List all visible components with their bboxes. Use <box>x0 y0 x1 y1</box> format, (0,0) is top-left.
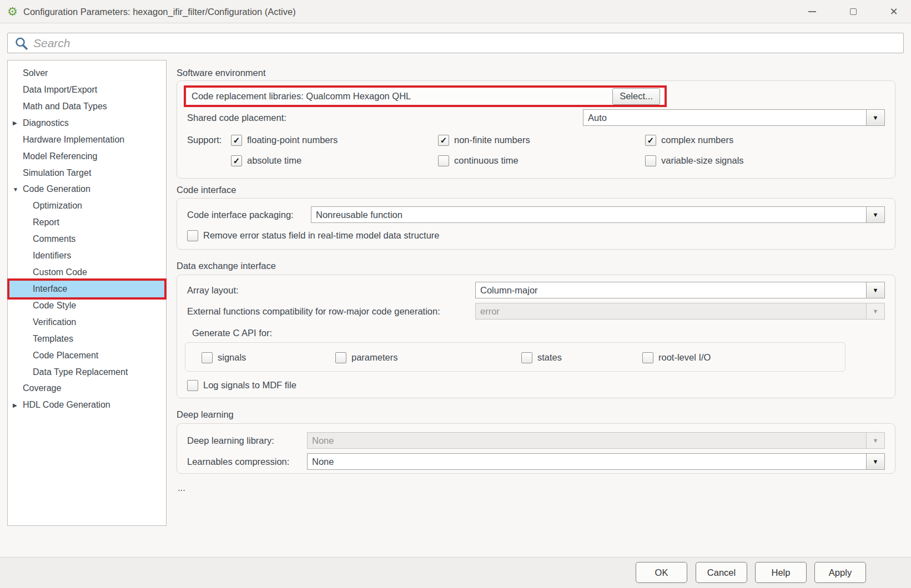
tree-expanded-icon[interactable]: ▼ <box>13 186 18 192</box>
sidebar-item-label: Coverage <box>8 383 61 393</box>
sidebar-item-coverage[interactable]: Coverage <box>8 380 165 397</box>
sidebar-item-label: Model Referencing <box>8 151 97 161</box>
sidebar-item-label: Math and Data Types <box>8 102 107 111</box>
chevron-down-icon[interactable]: ▼ <box>866 454 884 469</box>
deep-learning-library-label: Deep learning library: <box>187 432 274 449</box>
remove-error-status-checkbox[interactable] <box>187 230 198 241</box>
chevron-down-icon[interactable]: ▼ <box>866 282 884 298</box>
tree-collapsed-icon[interactable]: ▶ <box>13 402 17 408</box>
sidebar-item-identifiers[interactable]: Identifiers <box>8 247 165 264</box>
sidebar-item-code-style[interactable]: Code Style <box>8 297 165 314</box>
sidebar-item-label: Simulation Target <box>8 168 91 178</box>
help-button[interactable]: Help <box>755 562 807 583</box>
sidebar-item-templates[interactable]: Templates <box>8 331 165 347</box>
sidebar-item-hardware-implementation[interactable]: Hardware Implementation <box>8 131 165 148</box>
sidebar-item-hdl-code-generation[interactable]: ▶HDL Code Generation <box>8 397 165 413</box>
complex-numbers-checkbox[interactable]: ✓ <box>645 135 656 146</box>
sidebar-item-label: Optimization <box>8 201 82 211</box>
tree-collapsed-icon[interactable]: ▶ <box>13 120 17 126</box>
sidebar-item-model-referencing[interactable]: Model Referencing <box>8 148 165 165</box>
select-button[interactable]: Select... <box>612 88 660 105</box>
signals-checkbox[interactable] <box>202 352 213 363</box>
array-layout-dropdown[interactable]: Column-major ▼ <box>475 282 885 298</box>
generate-c-api-label: Generate C API for: <box>192 325 272 341</box>
checkbox-label: absolute time <box>247 155 301 166</box>
absolute-time-row: ✓absolute time <box>231 155 301 166</box>
apply-button[interactable]: Apply <box>814 562 866 583</box>
checkbox-label: non-finite numbers <box>454 135 530 145</box>
chevron-down-icon: ▼ <box>866 433 884 448</box>
sidebar-item-label: Code Generation <box>8 184 90 194</box>
sidebar-item-code-placement[interactable]: Code Placement <box>8 347 165 364</box>
states-row: states <box>521 352 562 363</box>
remove-error-status-row: Remove error status field in real-time m… <box>187 230 440 241</box>
parameters-checkbox[interactable] <box>335 352 346 363</box>
array-layout-value: Column-major <box>476 282 866 298</box>
continuous-time-row: continuous time <box>438 155 519 166</box>
close-button[interactable]: ✕ <box>881 0 907 23</box>
deep-learning-library-value: None <box>308 433 866 448</box>
sidebar-item-label: Diagnostics <box>8 118 69 128</box>
code-replacement-libraries-row[interactable]: Code replacement libraries: Qualcomm Hex… <box>184 85 667 107</box>
root-level-i-o-checkbox[interactable] <box>642 352 653 363</box>
maximize-icon <box>850 8 857 15</box>
non-finite-numbers-checkbox[interactable]: ✓ <box>438 135 449 146</box>
sidebar-item-code-generation[interactable]: ▼Code Generation <box>8 181 165 197</box>
checkbox-label: floating-point numbers <box>247 135 338 145</box>
section-header-data-exchange: Data exchange interface <box>177 261 276 271</box>
chevron-down-icon[interactable]: ▼ <box>866 110 884 125</box>
code-interface-packaging-dropdown[interactable]: Nonreusable function ▼ <box>311 206 885 223</box>
sidebar-item-label: Comments <box>8 234 76 244</box>
sidebar-item-label: Code Style <box>8 301 76 311</box>
sidebar-item-label: HDL Code Generation <box>8 400 110 410</box>
shared-code-placement-dropdown[interactable]: Auto ▼ <box>583 109 885 126</box>
absolute-time-checkbox[interactable]: ✓ <box>231 155 242 166</box>
configuration-gear-icon: ⚙ <box>7 4 18 19</box>
checkbox-label: root-level I/O <box>658 352 711 363</box>
checkbox-label: Log signals to MDF file <box>203 380 296 391</box>
sidebar-item-custom-code[interactable]: Custom Code <box>8 264 165 281</box>
sidebar-item-optimization[interactable]: Optimization <box>8 197 165 214</box>
sidebar-item-label: Hardware Implementation <box>8 135 124 145</box>
continuous-time-checkbox[interactable] <box>438 155 449 166</box>
search-input[interactable] <box>33 34 888 52</box>
support-label: Support: <box>187 131 222 148</box>
minimize-button[interactable] <box>799 0 825 23</box>
sidebar-item-data-import-export[interactable]: Data Import/Export <box>8 82 165 98</box>
maximize-button[interactable] <box>840 0 866 23</box>
learnables-compression-dropdown[interactable]: None ▼ <box>307 453 885 470</box>
deep-learning-library-dropdown: None ▼ <box>307 432 885 449</box>
sidebar-item-data-type-replacement[interactable]: Data Type Replacement <box>8 364 165 381</box>
chevron-down-icon[interactable]: ▼ <box>866 207 884 222</box>
sidebar-item-simulation-target[interactable]: Simulation Target <box>8 165 165 181</box>
parameters-row: parameters <box>335 352 397 363</box>
log-signals-mdf-checkbox[interactable] <box>187 380 198 391</box>
floating-point-numbers-checkbox[interactable]: ✓ <box>231 135 242 146</box>
sidebar-item-interface[interactable]: Interface <box>8 281 165 297</box>
external-functions-compatibility-value: error <box>476 303 866 319</box>
search-box[interactable] <box>7 33 904 53</box>
checkbox-label: Remove error status field in real-time m… <box>203 230 440 241</box>
log-signals-mdf-row: Log signals to MDF file <box>187 379 296 391</box>
sidebar-item-label: Verification <box>8 317 76 327</box>
sidebar-item-diagnostics[interactable]: ▶Diagnostics <box>8 115 165 131</box>
more-options-ellipsis: ... <box>178 483 185 493</box>
external-functions-compatibility-label: External functions compatibility for row… <box>187 303 440 320</box>
sidebar-item-math-and-data-types[interactable]: Math and Data Types <box>8 98 165 115</box>
sidebar-item-comments[interactable]: Comments <box>8 231 165 247</box>
sidebar-item-solver[interactable]: Solver <box>8 65 165 82</box>
variable-size-signals-checkbox[interactable] <box>645 155 656 166</box>
states-checkbox[interactable] <box>521 352 532 363</box>
ok-button[interactable]: OK <box>636 562 687 583</box>
sidebar-item-report[interactable]: Report <box>8 214 165 231</box>
complex-numbers-row: ✓complex numbers <box>645 134 733 146</box>
learnables-compression-label: Learnables compression: <box>187 453 289 470</box>
sidebar-item-verification[interactable]: Verification <box>8 314 165 331</box>
shared-code-placement-label: Shared code placement: <box>187 109 286 126</box>
cancel-button[interactable]: Cancel <box>696 562 747 583</box>
close-icon: ✕ <box>889 7 898 17</box>
sidebar-item-label: Identifiers <box>8 251 71 261</box>
root-level-i-o-row: root-level I/O <box>642 352 711 363</box>
chevron-down-icon: ▼ <box>866 303 884 319</box>
checkbox-label: continuous time <box>454 155 519 166</box>
